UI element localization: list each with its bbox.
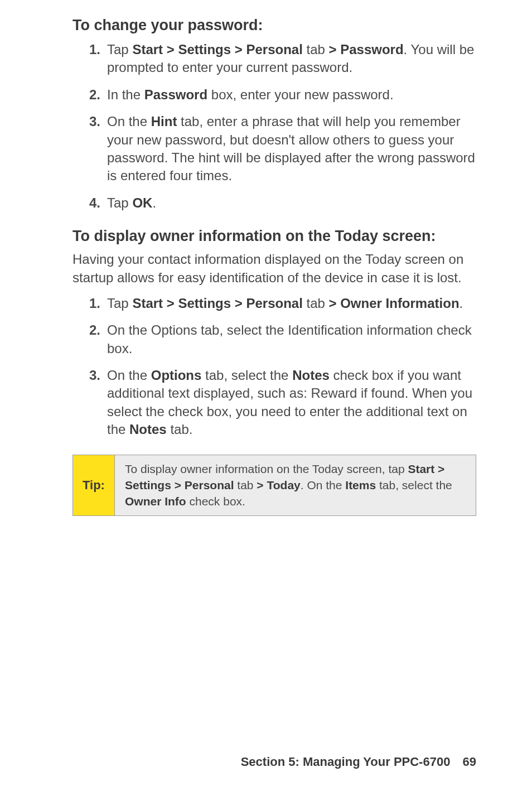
step-item: 3. On the Options tab, select the Notes …	[72, 366, 476, 439]
step-number: 4.	[72, 194, 107, 212]
heading-owner-info: To display owner information on the Toda…	[72, 228, 476, 245]
step-item: 1. Tap Start > Settings > Personal tab >…	[72, 41, 476, 77]
step-item: 2. On the Options tab, select the Identi…	[72, 321, 476, 358]
step-number: 3.	[72, 113, 107, 131]
step-item: 4. Tap OK.	[72, 194, 476, 212]
steps-change-password: 1. Tap Start > Settings > Personal tab >…	[72, 41, 476, 212]
step-number: 2.	[72, 86, 107, 104]
step-item: 2. In the Password box, enter your new p…	[72, 86, 476, 104]
tip-body: To display owner information on the Toda…	[115, 455, 476, 515]
tip-label: Tip:	[73, 455, 115, 515]
heading-change-password: To change your password:	[72, 17, 476, 34]
step-item: 1. Tap Start > Settings > Personal tab >…	[72, 295, 476, 312]
footer-section-text: Section 5: Managing Your PPC-6700	[241, 755, 451, 769]
step-item: 3. On the Hint tab, enter a phrase that …	[72, 113, 476, 185]
step-text: Tap OK.	[107, 194, 476, 212]
step-text: On the Hint tab, enter a phrase that wil…	[107, 113, 476, 185]
step-number: 2.	[72, 321, 107, 339]
steps-owner-info: 1. Tap Start > Settings > Personal tab >…	[72, 295, 476, 439]
step-text: Tap Start > Settings > Personal tab > Pa…	[107, 41, 476, 77]
tip-callout: Tip: To display owner information on the…	[72, 455, 476, 516]
page-footer: Section 5: Managing Your PPC-6700 69	[241, 755, 476, 769]
intro-paragraph: Having your contact information displaye…	[72, 250, 476, 287]
step-number: 3.	[72, 366, 107, 384]
step-text: Tap Start > Settings > Personal tab > Ow…	[107, 295, 476, 312]
step-text: On the Options tab, select the Notes che…	[107, 366, 476, 439]
step-number: 1.	[72, 41, 107, 59]
page-number: 69	[463, 755, 476, 769]
step-number: 1.	[72, 295, 107, 312]
step-text: In the Password box, enter your new pass…	[107, 86, 476, 104]
step-text: On the Options tab, select the Identific…	[107, 321, 476, 358]
